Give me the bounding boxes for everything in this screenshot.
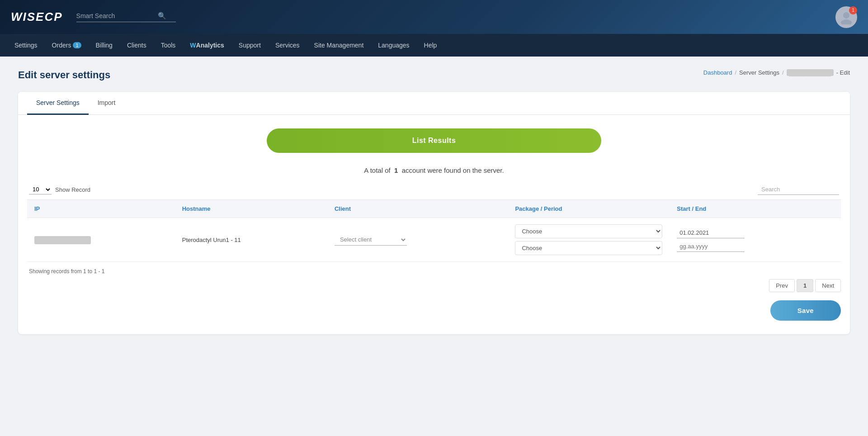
breadcrumb: Dashboard / Server Settings / ██████████… <box>703 69 850 76</box>
breadcrumb-edit: - Edit <box>836 69 850 76</box>
prev-button[interactable]: Prev <box>769 279 795 292</box>
nav-item-help[interactable]: Help <box>417 34 444 57</box>
nav-item-services[interactable]: Services <box>268 34 307 57</box>
avatar-wrap[interactable]: 1 <box>835 6 857 28</box>
svg-point-0 <box>843 12 849 19</box>
notification-badge: 1 <box>849 6 857 14</box>
next-button[interactable]: Next <box>815 279 841 292</box>
w-accent: W <box>190 42 196 49</box>
breadcrumb-row: Edit server settings Dashboard / Server … <box>18 69 850 81</box>
client-select[interactable]: Select client <box>335 234 407 246</box>
search-input[interactable] <box>76 12 158 19</box>
nav-item-tools[interactable]: Tools <box>154 34 183 57</box>
show-record-label: Show Record <box>55 186 90 193</box>
page-content: Edit server settings Dashboard / Server … <box>0 57 868 436</box>
breadcrumb-dashboard[interactable]: Dashboard <box>703 69 732 76</box>
showing-records: Showing records from 1 to 1 - 1 <box>27 268 841 275</box>
cell-hostname: Pterodactyl Urun1 - 11 <box>175 218 327 262</box>
header-right: 1 <box>835 6 857 28</box>
breadcrumb-server-settings: Server Settings <box>739 69 779 76</box>
save-row: Save <box>27 300 841 321</box>
table-search-input[interactable] <box>758 184 839 195</box>
breadcrumb-sep-1: / <box>735 69 736 76</box>
nav-item-clients[interactable]: Clients <box>120 34 154 57</box>
col-ip: IP <box>27 200 175 218</box>
list-results-button[interactable]: List Results <box>267 128 601 153</box>
nav-item-orders[interactable]: Orders 1 <box>45 34 89 57</box>
package-select-1[interactable]: Choose <box>515 224 662 238</box>
cell-ip: ██████████ <box>27 218 175 262</box>
page-title: Edit server settings <box>18 69 110 81</box>
package-col: Choose Choose <box>515 224 662 255</box>
search-button[interactable]: 🔍 <box>158 12 166 20</box>
records-per-page-select[interactable]: 10 25 50 100 <box>29 185 52 194</box>
tabs: Server Settings Import <box>18 92 850 115</box>
end-date-input[interactable] <box>677 241 745 252</box>
start-date-input[interactable] <box>677 227 745 238</box>
top-header: WISECP 🔍 1 <box>0 0 868 34</box>
package-select-2[interactable]: Choose <box>515 241 662 255</box>
pagination-row: Prev 1 Next <box>27 279 841 292</box>
nav-item-support[interactable]: Support <box>231 34 268 57</box>
cell-start-end <box>670 218 841 262</box>
nav-item-languages[interactable]: Languages <box>371 34 416 57</box>
cell-client: Select client <box>327 218 508 262</box>
search-bar: 🔍 <box>76 12 176 22</box>
nav-bar: Settings Orders 1 Billing Clients Tools … <box>0 34 868 57</box>
summary-text: A total of 1 account were found on the s… <box>27 166 841 174</box>
save-button[interactable]: Save <box>770 300 841 321</box>
summary-count: 1 <box>394 166 398 174</box>
nav-item-settings[interactable]: Settings <box>7 34 45 57</box>
table-search-wrap <box>758 184 839 195</box>
breadcrumb-sep-2: / <box>782 69 784 76</box>
table-header-row: IP Hostname Client Package / Period Star… <box>27 200 841 218</box>
page-1-button[interactable]: 1 <box>797 279 813 292</box>
nav-item-site-management[interactable]: Site Management <box>307 34 371 57</box>
svg-point-1 <box>841 19 852 24</box>
tab-import[interactable]: Import <box>89 92 125 115</box>
date-col <box>677 227 834 252</box>
col-package: Package / Period <box>508 200 670 218</box>
ip-value: ██████████ <box>34 236 91 244</box>
data-table: IP Hostname Client Package / Period Star… <box>27 199 841 262</box>
nav-item-wanalytics[interactable]: WAnalytics <box>183 34 231 57</box>
col-start-end: Start / End <box>670 200 841 218</box>
breadcrumb-redacted: ██████████ <box>787 69 834 76</box>
panel-body: List Results A total of 1 account were f… <box>18 115 850 334</box>
show-records: 10 25 50 100 Show Record <box>29 185 90 194</box>
table-controls: 10 25 50 100 Show Record <box>27 184 841 195</box>
nav-item-billing[interactable]: Billing <box>89 34 120 57</box>
col-client: Client <box>327 200 508 218</box>
col-hostname: Hostname <box>175 200 327 218</box>
tab-server-settings[interactable]: Server Settings <box>27 92 89 115</box>
main-panel: Server Settings Import List Results A to… <box>18 92 850 334</box>
cell-package: Choose Choose <box>508 218 670 262</box>
table-row: ██████████ Pterodactyl Urun1 - 11 Select… <box>27 218 841 262</box>
logo: WISECP <box>11 10 63 24</box>
orders-badge: 1 <box>73 42 81 48</box>
